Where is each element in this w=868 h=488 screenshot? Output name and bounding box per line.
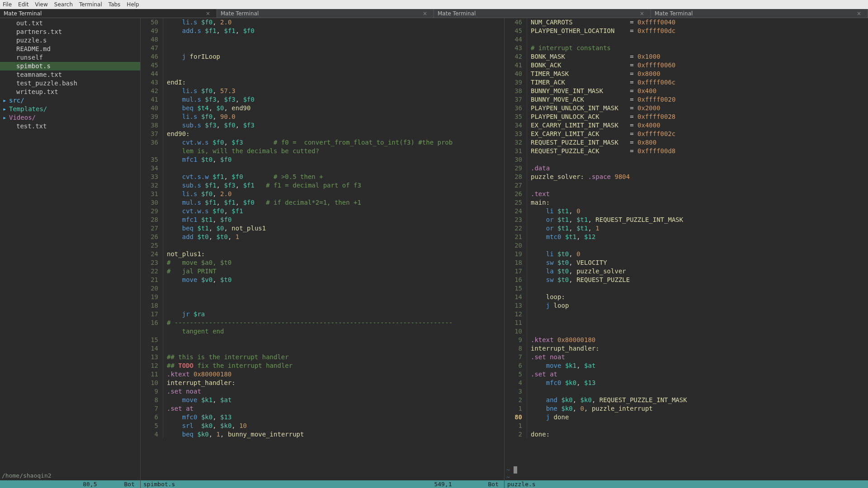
code-line[interactable]: 24 li $t1, 0 [505, 207, 868, 216]
filetree-item[interactable]: ▸Videos/ [0, 113, 140, 122]
code-line[interactable]: 32 sub.s $f1, $f3, $f1 # f1 = decimal pa… [141, 181, 504, 190]
code-line[interactable]: 9.set noat [141, 387, 504, 396]
code-line[interactable]: 14 loop: [505, 293, 868, 301]
code-line[interactable]: 49 add.s $f1, $f1, $f0 [141, 27, 504, 35]
code-line[interactable]: 21 mtc0 $t1, $12 [505, 233, 868, 241]
code-line[interactable]: 27 [505, 181, 868, 190]
code-line[interactable]: 16 sw $t0, REQUEST_PUZZLE [505, 276, 868, 284]
file-tree[interactable]: out.txtpartners.txtpuzzle.sREADME.mdruns… [0, 18, 140, 131]
code-line[interactable]: 37end90: [141, 130, 504, 138]
filetree-item[interactable]: out.txt [0, 19, 140, 28]
code-line[interactable]: 38BUNNY_MOVE_INT_MASK = 0x400 [505, 87, 868, 95]
code-line[interactable]: 10interrupt_handler: [141, 379, 504, 387]
close-icon[interactable]: × [857, 10, 861, 17]
code-line[interactable]: 29 cvt.w.s $f0, $f1 [141, 207, 504, 216]
code-line[interactable]: 30 mul.s $f1, $f1, $f0 # if decimal*2=1,… [141, 198, 504, 207]
filetree-item[interactable]: writeup.txt [0, 88, 140, 96]
code-line[interactable]: 50 li.s $f0, 2.0 [141, 18, 504, 27]
expand-icon[interactable]: ▸ [3, 105, 6, 113]
code-line[interactable]: 37BUNNY_MOVE_ACK = 0xffff0020 [505, 95, 868, 104]
code-line[interactable]: 3 [505, 387, 868, 396]
code-line[interactable]: 40 beq $t4, $0, end90 [141, 104, 504, 113]
menu-help[interactable]: Help [127, 1, 139, 8]
filetree-item[interactable]: ▸src/ [0, 96, 140, 105]
code-body-left[interactable]: 50 li.s $f0, 2.049 add.s $f1, $f1, $f048… [141, 18, 504, 480]
code-line[interactable]: 2done: [505, 430, 868, 439]
code-line[interactable]: 35 mfc1 $t0, $f0 [141, 155, 504, 164]
code-line[interactable]: 17 jr $ra [141, 310, 504, 319]
code-line[interactable]: 11.ktext 0x80000180 [141, 370, 504, 379]
code-line[interactable]: 21 move $v0, $t0 [141, 276, 504, 284]
code-line[interactable]: 22# jal PRINT [141, 267, 504, 276]
code-line[interactable]: 18 [141, 301, 504, 310]
filetree-item[interactable]: test_puzzle.bash [0, 79, 140, 88]
code-line[interactable]: 42BONK_MASK = 0x1000 [505, 52, 868, 61]
code-line[interactable]: 32REQUEST_PUZZLE_INT_MASK = 0x800 [505, 138, 868, 147]
menubar[interactable]: FileEditViewSearchTerminalTabsHelp [0, 0, 868, 9]
filetree-item[interactable]: partners.txt [0, 28, 140, 36]
code-line[interactable]: 10 [505, 327, 868, 336]
code-line[interactable]: 44 [505, 35, 868, 44]
code-line[interactable]: 29.data [505, 164, 868, 173]
code-line[interactable]: 27 beq $t1, $0, not_plus1 [141, 224, 504, 233]
code-line[interactable]: 7.set at [141, 404, 504, 413]
filetree-item[interactable]: test.txt [0, 122, 140, 131]
code-line[interactable]: tangent end [141, 327, 504, 336]
code-line[interactable]: 5 srl $k0, $k0, 10 [141, 422, 504, 430]
code-line[interactable]: 43endI: [141, 78, 504, 87]
code-line[interactable]: 44 [141, 70, 504, 78]
code-line[interactable]: 46NUM_CARROTS = 0xffff0040 [505, 18, 868, 27]
code-line[interactable]: 6 move $k1, $at [505, 361, 868, 370]
code-line[interactable]: 38 sub.s $f3, $f0, $f3 [141, 121, 504, 130]
code-line[interactable]: 43# interrupt constants [505, 44, 868, 52]
close-icon[interactable]: × [640, 10, 644, 17]
code-line[interactable]: 18 sw $t0, VELOCITY [505, 258, 868, 267]
terminal-tab[interactable]: Mate Terminal× [217, 9, 434, 18]
dir-name[interactable]: Videos/ [9, 114, 36, 121]
code-line[interactable]: 34EX_CARRY_LIMIT_INT_MASK = 0x4000 [505, 121, 868, 130]
close-icon[interactable]: × [206, 10, 210, 17]
filetree-item[interactable]: ▸Templates/ [0, 105, 140, 113]
code-line[interactable]: 1 bne $k0, 0, puzzle_interrupt [505, 404, 868, 413]
code-line[interactable]: 22 or $t1, $t1, 1 [505, 224, 868, 233]
code-line[interactable]: 80 j done [505, 413, 868, 422]
code-line[interactable]: 33 cvt.s.w $f1, $f0 # >0.5 then + [141, 173, 504, 181]
close-icon[interactable]: × [423, 10, 427, 17]
menu-tabs[interactable]: Tabs [108, 1, 121, 8]
filetree-item[interactable]: runself [0, 53, 140, 62]
code-line[interactable]: 4 beq $k0, 1, bunny_move_interrupt [141, 430, 504, 439]
code-line[interactable]: 41BONK_ACK = 0xffff0060 [505, 61, 868, 70]
code-line[interactable]: 45PLAYPEN_OTHER_LOCATION = 0xffff00dc [505, 27, 868, 35]
code-line[interactable]: 25main: [505, 198, 868, 207]
code-line[interactable]: 6 mfc0 $k0, $13 [141, 413, 504, 422]
code-line[interactable]: 17 la $t0, puzzle_solver [505, 267, 868, 276]
code-line[interactable]: 23# move $a0, $t0 [141, 258, 504, 267]
code-line[interactable]: 26.text [505, 190, 868, 198]
code-line[interactable]: 48 [141, 35, 504, 44]
dir-name[interactable]: src/ [9, 97, 24, 104]
code-line[interactable]: 31 li.s $f0, 2.0 [141, 190, 504, 198]
terminal-tab[interactable]: Mate Terminal× [651, 9, 868, 18]
code-line[interactable]: 45 [141, 61, 504, 70]
menu-view[interactable]: View [35, 1, 47, 8]
code-line[interactable]: 5.set at [505, 370, 868, 379]
code-line[interactable]: 34 [141, 164, 504, 173]
code-line[interactable]: 8 move $k1, $at [141, 396, 504, 404]
code-line[interactable]: 8interrupt_handler: [505, 344, 868, 353]
menu-file[interactable]: File [3, 1, 12, 8]
code-line[interactable]: 46 j forILoop [141, 52, 504, 61]
code-line[interactable]: 33EX_CARRY_LIMIT_ACK = 0xffff002c [505, 130, 868, 138]
code-line[interactable]: 12 [505, 310, 868, 319]
code-line[interactable]: 1 [505, 422, 868, 430]
code-line[interactable]: 12## TODO fix the interrupt handler [141, 361, 504, 370]
code-line[interactable]: 24not_plus1: [141, 250, 504, 258]
code-line[interactable]: lem is, will the decimals be cutted? [141, 147, 504, 155]
code-body-right[interactable]: 46NUM_CARROTS = 0xffff004045PLAYPEN_OTHE… [505, 18, 868, 466]
code-line[interactable]: 35PLAYPEN_UNLOCK_ACK = 0xffff0028 [505, 113, 868, 121]
menu-edit[interactable]: Edit [18, 1, 28, 8]
expand-icon[interactable]: ▸ [3, 96, 6, 105]
terminal-tab[interactable]: Mate Terminal× [0, 9, 217, 18]
tab-bar[interactable]: Mate Terminal×Mate Terminal×Mate Termina… [0, 9, 868, 18]
code-line[interactable]: 31REQUEST_PUZZLE_ACK = 0xffff00d8 [505, 147, 868, 155]
code-line[interactable]: 39TIMER_ACK = 0xffff006c [505, 78, 868, 87]
